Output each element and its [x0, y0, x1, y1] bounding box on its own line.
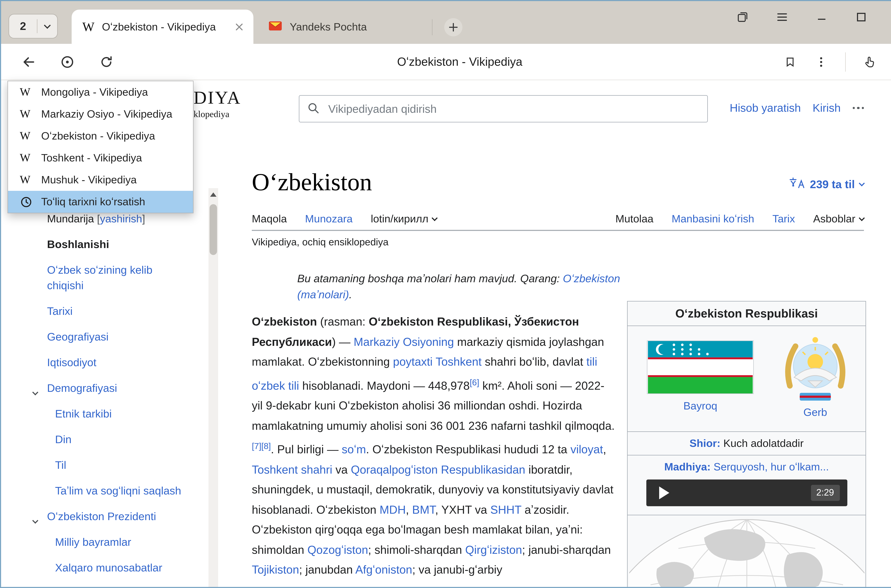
toc-item-label: Din — [55, 433, 72, 445]
kebab-menu-icon[interactable] — [814, 55, 828, 69]
hatnote: Bu atamaning boshqa maʼnolari ham mavjud… — [297, 270, 650, 303]
hand-icon[interactable] — [863, 55, 877, 69]
alice-assistant-icon[interactable] — [59, 54, 75, 70]
flag-caption-link[interactable]: Bayroq — [683, 400, 717, 412]
browser-tab-active[interactable]: W Oʻzbekiston - Vikipediya — [72, 10, 254, 44]
history-item-label: Toshkent - Vikipediya — [41, 152, 142, 164]
article-link[interactable]: BMT — [412, 503, 435, 516]
tab-title: Yandeks Pochta — [290, 21, 422, 33]
scroll-up-icon[interactable] — [210, 192, 216, 197]
play-icon[interactable] — [659, 486, 669, 499]
tab-groups-counter[interactable]: 2 — [9, 14, 58, 39]
article-link[interactable]: Qozogʻiston — [308, 543, 368, 556]
article-link[interactable]: Qoraqalpogʻiston Respublikasidan — [351, 463, 525, 476]
article-link[interactable]: SHHT — [490, 503, 521, 516]
toc-item[interactable]: Milliy bayramlar — [47, 534, 186, 549]
article-link[interactable]: viloyat — [570, 443, 603, 456]
history-dropdown-item[interactable]: WToshkent - Vikipediya — [8, 147, 193, 169]
show-full-history-item[interactable]: Toʻliq tarixni koʻrsatish — [8, 191, 193, 213]
article-link[interactable]: soʻm — [342, 443, 366, 456]
article-link[interactable]: Qirgʻiziston — [465, 543, 522, 556]
toc-item[interactable]: Tarixi — [47, 303, 186, 319]
wikipedia-logo-fragment[interactable]: DIYA klopediya — [194, 88, 241, 120]
chevron-down-icon[interactable] — [33, 383, 38, 398]
article-tab-manbasini-ko-rish[interactable]: Manbasini koʻrish — [672, 213, 754, 230]
article-tab-maqola[interactable]: Maqola — [252, 213, 287, 231]
new-tab-button[interactable] — [444, 18, 462, 36]
browser-tab-yandex-mail[interactable]: Yandeks Pochta — [254, 10, 430, 44]
article-tab-mutolaa[interactable]: Mutolaa — [615, 213, 653, 231]
article-tab-lotin-кирилл[interactable]: lotin/кирилл — [371, 213, 437, 230]
create-account-link[interactable]: Hisob yaratish — [730, 102, 801, 114]
history-dropdown-item[interactable]: WMarkaziy Osiyo - Vikipediya — [8, 103, 193, 125]
scrollbar-thumb[interactable] — [210, 204, 217, 255]
toc-item[interactable]: Xalqaro munosabatlar — [47, 560, 186, 575]
history-dropdown-item[interactable]: WOʻzbekiston - Vikipediya — [8, 125, 193, 147]
history-item-label: Markaziy Osiyo - Vikipediya — [41, 108, 172, 120]
back-button[interactable] — [21, 54, 37, 70]
article-paragraph: Oʻzbekiston (rasman: Oʻzbekiston Respubl… — [252, 312, 615, 580]
toc-item[interactable]: Oʻzbekiston Prezidenti — [47, 508, 186, 524]
clock-icon — [20, 195, 36, 208]
article-link[interactable]: oʻzbek tili — [252, 380, 299, 392]
language-selector[interactable]: 239 ta til — [789, 176, 864, 192]
toc-item[interactable]: Boshlanishi — [47, 236, 186, 252]
minimize-button[interactable] — [815, 10, 829, 24]
toc-scrollbar[interactable] — [208, 188, 218, 587]
toc-item[interactable]: Geografiyasi — [47, 329, 186, 344]
article-title: Oʻzbekiston — [252, 168, 372, 196]
reference-link[interactable]: [6] — [470, 378, 479, 387]
anthem-label-link[interactable]: Madhiya: — [664, 461, 711, 472]
toc-list: BoshlanishiOʻzbek soʻzining kelib chiqis… — [47, 236, 186, 585]
article-tab-tarix[interactable]: Tarix — [772, 213, 795, 230]
article-tabs-right: MutolaaManbasini koʻrishTarixAsboblar — [615, 213, 864, 231]
chevron-down-icon[interactable] — [33, 511, 38, 526]
yandex-mail-favicon-icon — [268, 20, 282, 34]
article-link[interactable]: MDH — [380, 503, 406, 516]
article-link[interactable]: Markaziy Osiyoning — [354, 336, 454, 348]
search-input[interactable] — [327, 102, 700, 116]
login-link[interactable]: Kirish — [813, 102, 841, 114]
toc-item-label: Iqtisodiyot — [47, 356, 96, 368]
wikipedia-favicon-icon: W — [20, 87, 36, 98]
menu-icon[interactable] — [775, 10, 789, 24]
toc-item[interactable]: Din — [47, 431, 186, 447]
article-link[interactable]: Afgʻoniston — [356, 564, 412, 576]
more-options-icon[interactable] — [852, 107, 864, 109]
article-link[interactable]: Toshkent shahri — [252, 463, 332, 476]
toc-item[interactable]: Oʻzbek soʻzining kelib chiqishi — [47, 262, 186, 293]
toc-item-label: Boshlanishi — [47, 238, 109, 250]
reference-link[interactable]: [7][8] — [252, 441, 271, 451]
uzbekistan-emblem-image[interactable] — [780, 333, 850, 404]
page-title-toolbar: Oʻzbekiston - Vikipediya — [1, 44, 891, 80]
toc-item[interactable]: Taʼlim va sogʻliqni saqlash — [47, 483, 186, 498]
article-link[interactable]: Tojikiston — [252, 564, 299, 576]
article-link[interactable]: poytaxti — [393, 356, 432, 368]
toc-hide-link[interactable]: yashirish — [100, 213, 142, 225]
bookmark-flag-icon[interactable] — [783, 55, 797, 69]
toc-item[interactable]: Til — [47, 457, 186, 472]
maximize-button[interactable] — [854, 10, 868, 24]
translate-icon — [789, 176, 805, 192]
article-tab-asboblar[interactable]: Asboblar — [813, 213, 864, 230]
reload-icon[interactable] — [98, 54, 114, 70]
history-dropdown-item[interactable]: WMushuk - Vikipediya — [8, 169, 193, 191]
chevron-down-icon[interactable] — [38, 25, 57, 28]
tabs-panel-icon[interactable] — [736, 10, 750, 24]
wiki-search-bar[interactable] — [299, 95, 708, 122]
motto-label-link[interactable]: Shior: — [690, 437, 720, 449]
search-icon — [307, 101, 320, 116]
history-item-label: Oʻzbekiston - Vikipediya — [41, 130, 155, 142]
emblem-caption-link[interactable]: Gerb — [803, 406, 827, 418]
uzbekistan-flag-image[interactable] — [647, 340, 754, 394]
history-dropdown-item[interactable]: WMongoliya - Vikipediya — [8, 81, 193, 103]
divider — [845, 52, 846, 72]
audio-player[interactable]: 2:29 — [646, 480, 847, 506]
toc-item[interactable]: Iqtisodiyot — [47, 354, 186, 370]
toc-item[interactable]: Demografiyasi — [47, 380, 186, 396]
article-link[interactable]: Toshkent — [435, 356, 482, 368]
toc-item[interactable]: Etnik tarkibi — [47, 406, 186, 421]
article-link[interactable]: tili — [586, 356, 597, 368]
article-tab-munozara[interactable]: Munozara — [305, 213, 352, 230]
close-tab-icon[interactable] — [232, 20, 246, 34]
